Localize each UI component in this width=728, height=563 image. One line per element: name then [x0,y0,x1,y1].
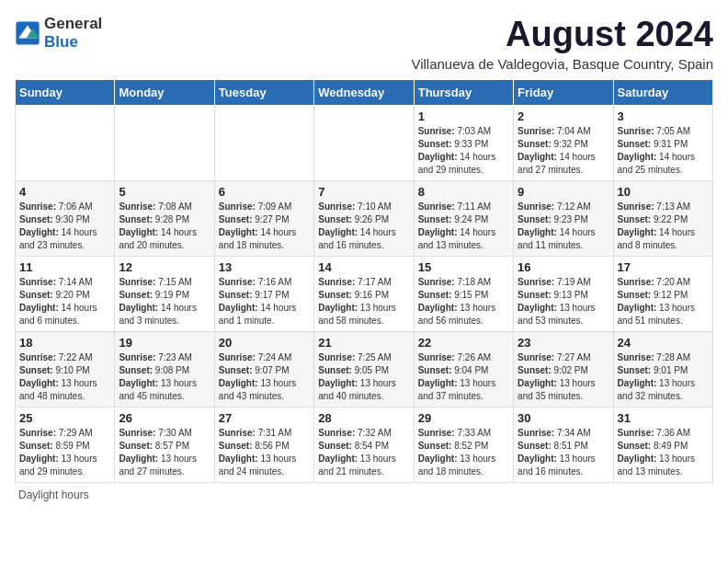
calendar-cell: 21Sunrise: 7:25 AMSunset: 9:05 PMDayligh… [314,332,414,408]
day-info: Sunrise: 7:24 AM [219,351,310,364]
day-info: Sunrise: 7:28 AM [618,351,709,364]
day-info: Daylight: 14 hours and 3 minutes. [119,302,210,327]
day-info: Daylight: 13 hours and 35 minutes. [518,377,609,403]
calendar-week-3: 11Sunrise: 7:14 AMSunset: 9:20 PMDayligh… [16,257,713,332]
day-info: Daylight: 14 hours and 13 minutes. [418,226,509,252]
day-number: 31 [618,411,709,425]
day-info: Sunset: 9:23 PM [518,213,609,226]
day-info: Sunrise: 7:12 AM [518,201,609,213]
day-info: Sunrise: 7:34 AM [518,427,609,440]
footer-note: Daylight hours [15,488,713,501]
day-info: Sunrise: 7:05 AM [618,125,709,138]
day-info: Sunset: 9:10 PM [19,364,110,377]
day-info: Daylight: 14 hours and 23 minutes. [19,226,110,252]
weekday-header-wednesday: Wednesday [314,80,414,106]
day-info: Sunrise: 7:19 AM [518,276,609,289]
day-info: Sunset: 9:02 PM [518,364,609,377]
day-info: Sunset: 9:33 PM [418,138,509,151]
calendar-cell: 17Sunrise: 7:20 AMSunset: 9:12 PMDayligh… [613,257,712,332]
day-info: Daylight: 14 hours and 16 minutes. [318,226,409,252]
calendar-cell: 27Sunrise: 7:31 AMSunset: 8:56 PMDayligh… [214,408,313,483]
day-number: 3 [618,109,709,123]
calendar-cell: 3Sunrise: 7:05 AMSunset: 9:31 PMDaylight… [613,106,712,181]
day-info: Daylight: 13 hours and 51 minutes. [618,302,709,327]
day-number: 21 [318,336,409,350]
day-number: 20 [219,336,310,350]
day-number: 2 [518,109,609,123]
day-info: Daylight: 13 hours and 56 minutes. [418,302,509,327]
day-info: Sunrise: 7:29 AM [19,427,110,440]
day-info: Sunrise: 7:03 AM [418,125,509,138]
day-info: Sunset: 8:59 PM [19,440,110,453]
day-number: 9 [518,185,609,199]
calendar-week-4: 18Sunrise: 7:22 AMSunset: 9:10 PMDayligh… [16,332,713,408]
day-number: 15 [418,260,509,274]
day-info: Daylight: 13 hours and 48 minutes. [19,377,110,403]
day-info: Daylight: 13 hours and 45 minutes. [119,377,210,403]
calendar-cell: 11Sunrise: 7:14 AMSunset: 9:20 PMDayligh… [16,257,115,332]
calendar-header: SundayMondayTuesdayWednesdayThursdayFrid… [16,80,713,106]
day-info: Sunrise: 7:14 AM [19,276,110,289]
day-info: Sunrise: 7:33 AM [418,427,509,440]
day-info: Sunset: 9:07 PM [219,364,310,377]
subtitle: Villanueva de Valdegovia, Basque Country… [411,56,713,72]
day-info: Sunset: 8:51 PM [518,440,609,453]
day-info: Sunrise: 7:13 AM [618,201,709,213]
day-info: Sunrise: 7:16 AM [219,276,310,289]
calendar-cell [214,106,313,181]
day-number: 13 [219,260,310,274]
day-info: Daylight: 14 hours and 11 minutes. [518,226,609,252]
day-number: 12 [119,260,210,274]
calendar-cell: 12Sunrise: 7:15 AMSunset: 9:19 PMDayligh… [115,257,214,332]
logo: General Blue [15,15,102,52]
day-info: Sunset: 8:57 PM [119,440,210,453]
logo-general: General [44,15,102,32]
day-info: Sunrise: 7:30 AM [119,427,210,440]
day-info: Sunset: 9:22 PM [618,213,709,226]
calendar-cell: 5Sunrise: 7:08 AMSunset: 9:28 PMDaylight… [115,181,214,257]
day-number: 19 [119,336,210,350]
day-info: Sunset: 9:01 PM [618,364,709,377]
calendar-cell: 28Sunrise: 7:32 AMSunset: 8:54 PMDayligh… [314,408,414,483]
day-info: Sunrise: 7:26 AM [418,351,509,364]
day-info: Sunset: 8:56 PM [219,440,310,453]
day-number: 27 [219,411,310,425]
day-info: Sunrise: 7:20 AM [618,276,709,289]
day-info: Sunset: 8:54 PM [318,440,409,453]
day-number: 30 [518,411,609,425]
calendar-cell: 6Sunrise: 7:09 AMSunset: 9:27 PMDaylight… [214,181,313,257]
day-number: 14 [318,260,409,274]
day-info: Sunset: 9:04 PM [418,364,509,377]
calendar-table: SundayMondayTuesdayWednesdayThursdayFrid… [15,79,713,483]
day-info: Daylight: 14 hours and 25 minutes. [618,151,709,177]
weekday-header-friday: Friday [514,80,613,106]
day-info: Sunset: 9:17 PM [219,289,310,302]
day-info: Sunset: 9:16 PM [318,289,409,302]
calendar-cell [314,106,414,181]
weekday-header-thursday: Thursday [414,80,513,106]
day-info: Sunset: 9:05 PM [318,364,409,377]
day-number: 10 [618,185,709,199]
calendar-cell: 20Sunrise: 7:24 AMSunset: 9:07 PMDayligh… [214,332,313,408]
day-info: Sunset: 9:19 PM [119,289,210,302]
main-title: August 2024 [411,15,713,54]
calendar-cell: 24Sunrise: 7:28 AMSunset: 9:01 PMDayligh… [613,332,712,408]
day-info: Sunset: 9:24 PM [418,213,509,226]
calendar-cell: 10Sunrise: 7:13 AMSunset: 9:22 PMDayligh… [613,181,712,257]
day-info: Daylight: 14 hours and 20 minutes. [119,226,210,252]
calendar-cell: 14Sunrise: 7:17 AMSunset: 9:16 PMDayligh… [314,257,414,332]
calendar-week-1: 1Sunrise: 7:03 AMSunset: 9:33 PMDaylight… [16,106,713,181]
day-info: Daylight: 14 hours and 6 minutes. [19,302,110,327]
day-info: Daylight: 13 hours and 53 minutes. [518,302,609,327]
day-info: Sunset: 9:30 PM [19,213,110,226]
day-info: Sunrise: 7:09 AM [219,201,310,213]
day-number: 7 [318,185,409,199]
day-info: Sunrise: 7:06 AM [19,201,110,213]
calendar-week-2: 4Sunrise: 7:06 AMSunset: 9:30 PMDaylight… [16,181,713,257]
calendar-cell: 29Sunrise: 7:33 AMSunset: 8:52 PMDayligh… [414,408,513,483]
day-info: Daylight: 13 hours and 16 minutes. [518,453,609,478]
day-info: Daylight: 13 hours and 24 minutes. [219,453,310,478]
calendar-cell [16,106,115,181]
weekday-row: SundayMondayTuesdayWednesdayThursdayFrid… [16,80,713,106]
calendar-cell: 8Sunrise: 7:11 AMSunset: 9:24 PMDaylight… [414,181,513,257]
